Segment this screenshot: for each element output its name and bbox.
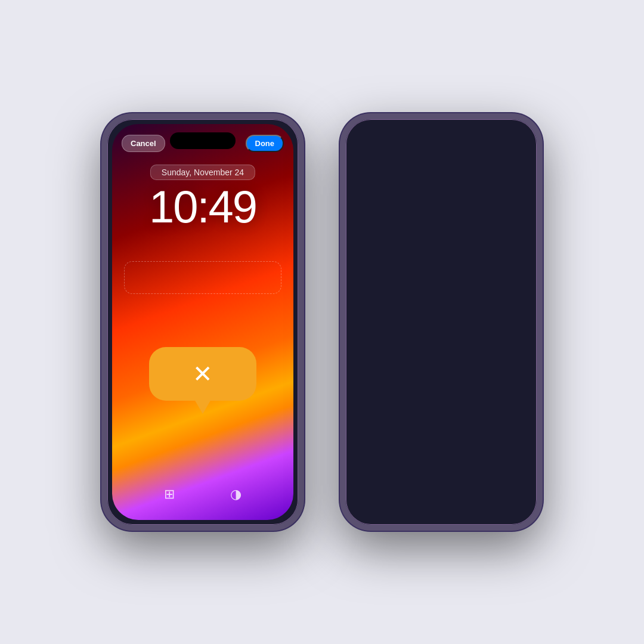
- phone-2: Cancel Add Sunday, November 24 10:51 + A…: [340, 113, 543, 531]
- phone-1-bottom-toolbar: ⊞ ◑: [112, 487, 293, 502]
- layers-icon[interactable]: ⊞: [164, 487, 175, 502]
- phone-1-date: Sunday, November 24: [150, 165, 255, 180]
- phone-1-time: 10:49: [149, 181, 256, 233]
- phone-1-status-bar: Cancel Done: [112, 135, 293, 152]
- phone-1-frame: Cancel Done Sunday, November 24 10:49 ✕ …: [101, 113, 304, 531]
- phone-1-speech-bubble: ✕: [149, 347, 256, 401]
- phone-1-cancel-button[interactable]: Cancel: [122, 135, 165, 152]
- phone-1: Cancel Done Sunday, November 24 10:49 ✕ …: [101, 113, 304, 531]
- contrast-icon[interactable]: ◑: [230, 487, 242, 502]
- phone-1-bubble-x-icon: ✕: [193, 362, 213, 386]
- phone-1-screen: Cancel Done Sunday, November 24 10:49 ✕ …: [112, 124, 293, 520]
- phone-2-frame: Cancel Add Sunday, November 24 10:51 + A…: [340, 113, 543, 531]
- phone-1-widget-placeholder: [124, 261, 281, 294]
- phone-1-done-button[interactable]: Done: [246, 135, 284, 152]
